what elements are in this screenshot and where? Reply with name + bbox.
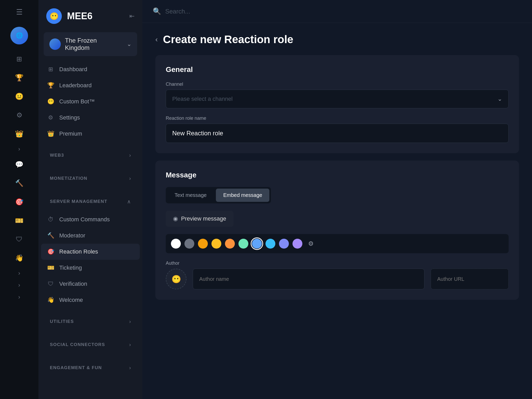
server-management-label: SERVER MANAGEMENT — [50, 199, 107, 204]
nav-label-reaction-roles: Reaction Roles — [59, 248, 98, 255]
web3-label: WEB3 — [50, 153, 64, 158]
author-url-input[interactable] — [431, 269, 509, 289]
brand-name: MEE6 — [67, 11, 92, 22]
engagement-fun-row[interactable]: ENGAGEMENT & FUN › — [44, 360, 137, 375]
social-connectors-row[interactable]: SOCIAL CONNECTORS › — [44, 337, 137, 352]
engagement-fun-label: ENGAGEMENT & FUN — [50, 365, 102, 370]
page-title: Create new Reaction role — [163, 33, 293, 46]
nav-items: ⊞ Dashboard 🏆 Leaderboard 😶 Custom Bot™ … — [38, 61, 142, 142]
social-connectors-label: SOCIAL CONNECTORS — [50, 342, 105, 347]
nav-item-moderator[interactable]: 🔨 Moderator — [41, 228, 140, 244]
ticket-icon[interactable]: 🎫 — [12, 214, 26, 227]
search-input[interactable] — [165, 8, 522, 15]
trophy-icon[interactable]: 🏆 — [12, 71, 26, 84]
back-button[interactable]: ‹ — [155, 35, 158, 44]
nav-label-verification: Verification — [59, 281, 87, 287]
engagement-fun-section: ENGAGEMENT & FUN › — [38, 354, 142, 377]
web3-section-row[interactable]: WEB3 › — [44, 148, 137, 163]
monetization-section-row[interactable]: MONETIZATION › — [44, 171, 137, 186]
engagement-fun-chevron-icon: › — [129, 365, 131, 371]
brand-header: 😶 MEE6 ⇤ — [38, 0, 142, 32]
nav-label-premium: Premium — [59, 130, 82, 137]
color-yellow[interactable] — [211, 239, 221, 249]
moderator-icon: 🔨 — [47, 232, 55, 239]
server-management-chevron-icon: ∧ — [127, 198, 131, 205]
social-connectors-chevron-icon: › — [129, 342, 131, 348]
reaction-roles-icon: 🎯 — [47, 248, 55, 255]
nav-item-custombot[interactable]: 😶 Custom Bot™ — [41, 94, 140, 110]
author-name-input[interactable] — [193, 269, 424, 289]
nav-item-premium[interactable]: 👑 Premium — [41, 126, 140, 142]
menu-icon[interactable]: ☰ — [16, 8, 23, 16]
nav-item-settings[interactable]: ⚙ Settings — [41, 110, 140, 126]
preview-label: Preview message — [181, 215, 226, 222]
premium-icon: 👑 — [47, 130, 55, 137]
nav-label-custombot: Custom Bot™ — [59, 98, 95, 105]
hand-icon[interactable]: 👋 — [12, 251, 26, 265]
expand-icon-2[interactable]: › — [18, 270, 20, 277]
utilities-section: UTILITIES › — [38, 308, 142, 331]
server-chevron-icon: ⌄ — [127, 41, 131, 48]
monetization-label: MONETIZATION — [50, 176, 87, 181]
author-label: Author — [166, 261, 509, 266]
tool-icon[interactable]: 🔨 — [12, 176, 26, 190]
nav-item-welcome[interactable]: 👋 Welcome — [41, 292, 140, 308]
tab-text-message[interactable]: Text message — [167, 189, 214, 202]
nav-label-custom-commands: Custom Commands — [59, 216, 110, 223]
message-card-title: Message — [166, 171, 509, 179]
color-palette: ⚙ — [166, 234, 509, 253]
color-settings-icon[interactable]: ⚙ — [306, 239, 316, 249]
channel-select[interactable]: Please select a channel ⌄ — [166, 90, 509, 108]
nav-label-welcome: Welcome — [59, 297, 83, 303]
brand-collapse-icon[interactable]: ⇤ — [129, 12, 135, 20]
color-indigo[interactable] — [279, 239, 289, 249]
color-orange[interactable] — [225, 239, 235, 249]
search-bar: 🔍 — [142, 0, 532, 23]
dashboard-icon: ⊞ — [47, 66, 55, 73]
shield-icon[interactable]: 🛡 — [12, 232, 26, 246]
nav-item-dashboard[interactable]: ⊞ Dashboard — [41, 61, 140, 77]
utilities-label: UTILITIES — [50, 319, 74, 324]
server-management-row[interactable]: SERVER MANAGEMENT ∧ — [44, 194, 137, 209]
channel-select-placeholder: Please select a channel — [172, 96, 232, 102]
server-avatar-icon[interactable]: 🌐 — [10, 27, 28, 44]
web3-chevron-icon: › — [129, 152, 131, 158]
color-gray[interactable] — [184, 239, 194, 249]
nav-item-leaderboard[interactable]: 🏆 Leaderboard — [41, 77, 140, 94]
nav-item-ticketing[interactable]: 🎫 Ticketing — [41, 260, 140, 276]
expand-icon-1[interactable]: › — [18, 146, 20, 152]
nav-label-moderator: Moderator — [59, 232, 85, 239]
color-sky[interactable] — [265, 239, 275, 249]
expand-icon-3[interactable]: › — [18, 282, 20, 289]
nav-item-reaction-roles[interactable]: 🎯 Reaction Roles — [41, 244, 140, 260]
crown-icon[interactable]: 👑 — [12, 127, 26, 141]
tab-embed-message[interactable]: Embed message — [216, 189, 269, 202]
verification-icon: 🛡 — [47, 281, 55, 287]
server-selector[interactable]: The Frozen Kingdom ⌄ — [44, 32, 137, 56]
preview-message-button[interactable]: ◉ Preview message — [166, 211, 234, 227]
color-white[interactable] — [171, 239, 181, 249]
role-name-input[interactable] — [166, 124, 509, 143]
settings-nav-icon: ⚙ — [47, 114, 55, 121]
expand-icon-4[interactable]: › — [18, 294, 20, 301]
welcome-icon: 👋 — [47, 297, 55, 303]
color-teal[interactable] — [238, 239, 248, 249]
utilities-section-row[interactable]: UTILITIES › — [44, 314, 137, 329]
ticketing-icon: 🎫 — [47, 264, 55, 271]
search-icon: 🔍 — [153, 7, 161, 15]
grid-icon[interactable]: ⊞ — [12, 52, 26, 66]
content-area: 🔍 ‹ Create new Reaction role General Cha… — [142, 0, 532, 399]
settings-icon[interactable]: ⚙ — [12, 108, 26, 122]
nav-item-custom-commands[interactable]: ⏱ Custom Commands — [41, 211, 140, 228]
server-management-items: ⏱ Custom Commands 🔨 Moderator 🎯 Reaction… — [38, 211, 142, 308]
target-icon[interactable]: 🎯 — [12, 195, 26, 209]
author-avatar-upload[interactable]: 😶 — [166, 269, 187, 289]
nav-item-verification[interactable]: 🛡 Verification — [41, 276, 140, 292]
color-amber[interactable] — [198, 239, 208, 249]
chat-icon[interactable]: 💬 — [12, 158, 26, 171]
color-violet[interactable] — [292, 239, 302, 249]
general-card: General Channel Please select a channel … — [155, 55, 519, 153]
face-icon[interactable]: 😐 — [12, 90, 26, 103]
color-blue[interactable] — [252, 239, 262, 249]
monetization-chevron-icon: › — [129, 175, 131, 181]
